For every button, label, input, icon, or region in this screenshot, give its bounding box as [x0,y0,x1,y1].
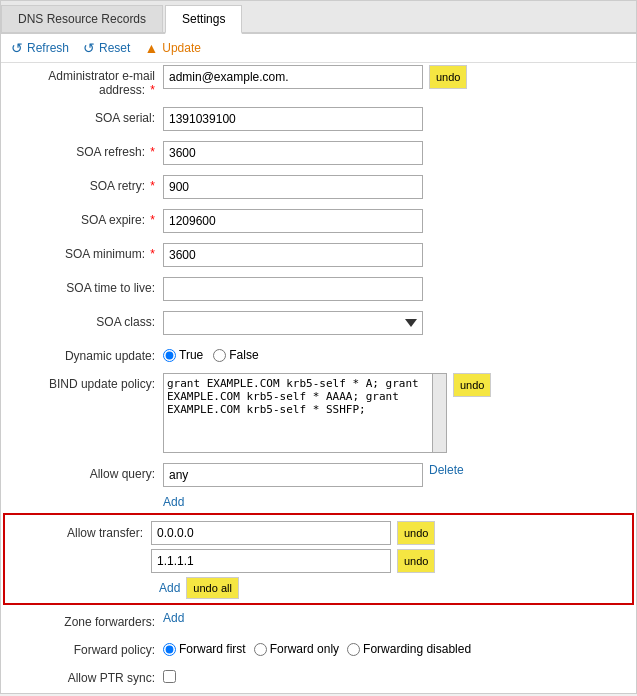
bind-policy-undo-button[interactable]: undo [453,373,491,397]
update-button[interactable]: ▲ Update [144,40,201,56]
soa-retry-input[interactable] [163,175,423,199]
allow-transfer-label: Allow transfer: [11,526,151,540]
forward-only-radio[interactable] [254,643,267,656]
admin-email-input[interactable] [163,65,423,89]
soa-serial-input-wrap [163,107,423,131]
soa-expire-input[interactable] [163,209,423,233]
forwarding-disabled-radio[interactable] [347,643,360,656]
forward-policy-label: Forward policy: [3,639,163,657]
soa-retry-label: SOA retry: * [3,175,163,193]
tab-bar: DNS Resource Records Settings [1,1,636,34]
zone-forwarders-add-link[interactable]: Add [163,611,184,625]
dynamic-update-true-label[interactable]: True [163,348,203,362]
dynamic-update-false-label[interactable]: False [213,348,258,362]
soa-serial-label: SOA serial: [3,107,163,125]
soa-refresh-row: SOA refresh: * [3,139,634,167]
add-query-row: Add [3,495,634,509]
soa-ttl-input-wrap [163,277,423,301]
zone-forwarders-label: Zone forwarders: [3,611,163,629]
allow-query-row: Allow query: Delete [3,461,634,489]
dynamic-update-row: Dynamic update: True False [3,343,634,365]
main-window: DNS Resource Records Settings ↺ Refresh … [0,0,637,694]
dynamic-update-label: Dynamic update: [3,345,163,363]
soa-ttl-label: SOA time to live: [3,277,163,295]
tab-settings[interactable]: Settings [165,5,242,34]
allow-query-input-wrap [163,463,423,487]
dynamic-update-true-radio[interactable] [163,349,176,362]
soa-minimum-input-wrap [163,243,423,267]
soa-class-row: SOA class: IN [3,309,634,337]
required-star-minimum: * [150,247,155,261]
dynamic-update-false-radio[interactable] [213,349,226,362]
soa-expire-row: SOA expire: * [3,207,634,235]
allow-query-delete-button[interactable]: Delete [429,463,464,477]
add-query-link[interactable]: Add [163,495,184,509]
soa-refresh-input-wrap [163,141,423,165]
allow-transfer-input1[interactable] [151,521,391,545]
soa-minimum-row: SOA minimum: * [3,241,634,269]
refresh-button[interactable]: ↺ Refresh [11,40,69,56]
undo-all-button[interactable]: undo all [186,577,239,599]
settings-form: Administrator e-mail address: * undo SOA… [1,63,636,687]
forwarding-disabled-label[interactable]: Forwarding disabled [347,642,471,656]
refresh-icon: ↺ [11,40,23,56]
soa-minimum-label: SOA minimum: * [3,243,163,261]
bind-policy-textarea[interactable]: grant EXAMPLE.COM krb5-self * A; grant E… [163,373,433,453]
forward-first-radio[interactable] [163,643,176,656]
soa-refresh-input[interactable] [163,141,423,165]
soa-retry-row: SOA retry: * [3,173,634,201]
allow-ptr-sync-row: Allow PTR sync: [3,665,634,687]
soa-retry-input-wrap [163,175,423,199]
add-transfer-link[interactable]: Add [159,581,180,595]
allow-ptr-sync-label: Allow PTR sync: [3,667,163,685]
forward-policy-row: Forward policy: Forward first Forward on… [3,637,634,659]
add-query-spacer [3,495,163,509]
required-star: * [150,83,155,97]
ptr-checkbox-area [163,667,176,683]
allow-transfer-row2: undo [11,549,626,573]
admin-email-row: Administrator e-mail address: * undo [3,63,634,99]
allow-transfer-undo1-button[interactable]: undo [397,521,435,545]
admin-email-label: Administrator e-mail address: * [3,65,163,97]
required-star-retry: * [150,179,155,193]
soa-serial-row: SOA serial: [3,105,634,133]
required-star-expire: * [150,213,155,227]
allow-transfer-input2[interactable] [151,549,391,573]
reset-button[interactable]: ↺ Reset [83,40,130,56]
transfer-actions: Add undo all [159,577,626,599]
toolbar: ↺ Refresh ↺ Reset ▲ Update [1,34,636,63]
soa-minimum-input[interactable] [163,243,423,267]
soa-expire-input-wrap [163,209,423,233]
allow-transfer-undo2-button[interactable]: undo [397,549,435,573]
admin-email-undo-button[interactable]: undo [429,65,467,89]
update-label: Update [162,41,201,55]
required-star-refresh: * [150,145,155,159]
bind-policy-undo-wrap: undo [447,373,491,399]
reset-icon: ↺ [83,40,95,56]
soa-ttl-row: SOA time to live: [3,275,634,303]
refresh-label: Refresh [27,41,69,55]
tab-dns-resource-records[interactable]: DNS Resource Records [1,5,163,32]
bind-policy-area: grant EXAMPLE.COM krb5-self * A; grant E… [163,373,447,453]
zone-forwarders-row: Zone forwarders: Add [3,609,634,631]
soa-ttl-input[interactable] [163,277,423,301]
bind-policy-row: BIND update policy: grant EXAMPLE.COM kr… [3,371,634,455]
dynamic-update-radio-group: True False [163,345,259,362]
soa-serial-input[interactable] [163,107,423,131]
allow-query-input[interactable] [163,463,423,487]
admin-email-input-wrap [163,65,423,89]
soa-class-label: SOA class: [3,311,163,329]
soa-expire-label: SOA expire: * [3,209,163,227]
bind-policy-scrollbar [433,373,447,453]
allow-transfer-input1-wrap [151,521,391,545]
forward-only-label[interactable]: Forward only [254,642,339,656]
forward-policy-radio-group: Forward first Forward only Forwarding di… [163,639,471,656]
allow-transfer-row1: Allow transfer: undo [11,521,626,545]
soa-class-select[interactable]: IN [163,311,423,335]
allow-ptr-sync-checkbox[interactable] [163,670,176,683]
soa-refresh-label: SOA refresh: * [3,141,163,159]
soa-class-select-wrap: IN [163,311,423,335]
allow-query-label: Allow query: [3,463,163,481]
forward-first-label[interactable]: Forward first [163,642,246,656]
allow-transfer-input2-wrap [151,549,391,573]
